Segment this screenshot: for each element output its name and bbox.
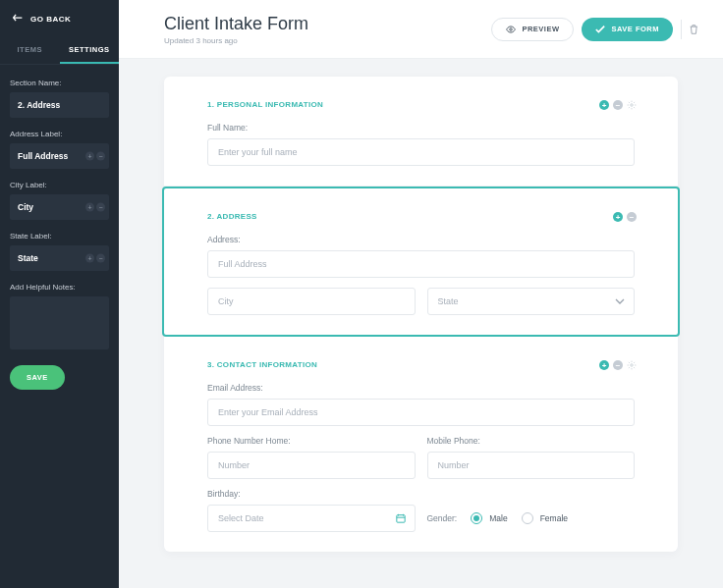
radio-female-label: Female [540, 513, 568, 523]
address-minus-icon[interactable]: − [96, 152, 105, 161]
arrow-left-icon [13, 14, 23, 24]
section1-gear-icon[interactable] [627, 100, 637, 110]
full-name-label: Full Name: [207, 123, 635, 133]
tab-settings[interactable]: SETTINGS [60, 37, 120, 64]
radio-male[interactable]: Male [471, 512, 507, 524]
svg-rect-3 [396, 515, 404, 523]
state-plus-icon[interactable]: + [85, 254, 94, 263]
page-title: Client Intake Form [164, 14, 308, 34]
section-name-label: Section Name: [10, 79, 109, 87]
full-name-input[interactable] [207, 138, 635, 166]
svg-point-2 [631, 364, 634, 367]
home-phone-label: Phone Number Home: [207, 436, 416, 446]
svg-point-1 [631, 104, 634, 107]
address-label-label: Address Label: [10, 130, 109, 138]
page-subtitle: Updated 3 hours ago [164, 36, 308, 45]
header-actions: PREVIEW SAVE FORM [491, 18, 699, 41]
check-icon [595, 25, 605, 34]
state-label-label: State Label: [10, 232, 109, 241]
eye-icon [506, 25, 516, 34]
state-minus-icon[interactable]: − [96, 254, 105, 263]
tab-items[interactable]: ITEMS [0, 37, 60, 64]
trash-icon[interactable] [690, 25, 699, 34]
email-input[interactable] [207, 399, 635, 426]
address-field-label: Address: [207, 235, 635, 244]
main: Client Intake Form Updated 3 hours ago P… [119, 0, 723, 588]
radio-male-label: Male [489, 513, 507, 523]
canvas: + − 1. PERSONAL INFORMATION Full Name: +… [119, 59, 723, 569]
section3-add-icon[interactable]: + [599, 360, 609, 370]
birthday-label: Birthday: [207, 489, 416, 499]
go-back-button[interactable]: GO BACK [0, 0, 119, 29]
title-block: Client Intake Form Updated 3 hours ago [164, 14, 308, 45]
home-phone-input[interactable] [207, 452, 416, 479]
section1-add-icon[interactable]: + [599, 100, 609, 110]
gender-label: Gender: [427, 513, 458, 523]
section2-title: 2. ADDRESS [207, 212, 635, 221]
preview-button[interactable]: PREVIEW [491, 18, 574, 41]
section2-remove-icon[interactable]: − [627, 212, 637, 222]
go-back-label: GO BACK [30, 15, 71, 24]
form-card: + − 1. PERSONAL INFORMATION Full Name: +… [164, 77, 678, 552]
preview-label: PREVIEW [522, 25, 559, 33]
city-plus-icon[interactable]: + [85, 203, 94, 212]
header: Client Intake Form Updated 3 hours ago P… [119, 0, 723, 59]
sidebar: GO BACK ITEMS SETTINGS Section Name: Add… [0, 0, 119, 588]
radio-female-dot [522, 512, 533, 524]
section1-remove-icon[interactable]: − [613, 100, 623, 110]
mobile-phone-input[interactable] [427, 452, 636, 479]
section2-add-icon[interactable]: + [613, 212, 623, 222]
svg-point-0 [510, 27, 513, 30]
section3-remove-icon[interactable]: − [613, 360, 623, 370]
email-label: Email Address: [207, 383, 635, 393]
address-plus-icon[interactable]: + [85, 152, 94, 161]
radio-male-dot [471, 512, 482, 524]
section-name-input[interactable] [10, 92, 109, 118]
city-input[interactable] [207, 288, 416, 315]
address-input[interactable] [207, 250, 635, 278]
section-contact[interactable]: + − 3. CONTACT INFORMATION Email Address… [164, 337, 678, 552]
section-address-selected: + − 2. ADDRESS Address: [162, 187, 680, 337]
mobile-phone-label: Mobile Phone: [427, 436, 636, 446]
city-minus-icon[interactable]: − [96, 203, 105, 212]
notes-textarea[interactable] [10, 296, 109, 349]
birthday-input[interactable] [207, 505, 416, 532]
section3-title: 3. CONTACT INFORMATION [207, 360, 635, 369]
state-select[interactable] [427, 288, 636, 315]
section3-gear-icon[interactable] [627, 360, 637, 370]
sidebar-save-button[interactable]: SAVE [10, 365, 65, 390]
sidebar-form: Section Name: Address Label: + − City La… [0, 65, 119, 403]
section1-title: 1. PERSONAL INFORMATION [207, 100, 635, 109]
chevron-down-icon [615, 296, 625, 306]
divider [681, 20, 682, 39]
notes-label: Add Helpful Notes: [10, 283, 109, 292]
save-form-button[interactable]: SAVE FORM [582, 18, 673, 41]
section-address[interactable]: + − 2. ADDRESS Address: [164, 188, 678, 335]
sidebar-tabs: ITEMS SETTINGS [0, 37, 119, 65]
save-form-label: SAVE FORM [611, 25, 659, 33]
calendar-icon[interactable] [396, 513, 406, 523]
section-personal[interactable]: + − 1. PERSONAL INFORMATION Full Name: [164, 77, 678, 187]
city-label-label: City Label: [10, 181, 109, 189]
radio-female[interactable]: Female [522, 512, 568, 524]
